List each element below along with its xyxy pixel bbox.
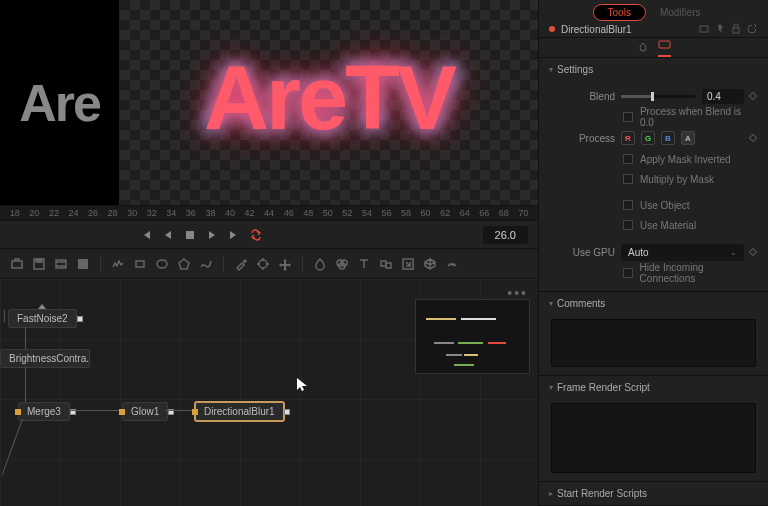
channel-a[interactable]: A bbox=[681, 131, 695, 145]
blend-slider[interactable] bbox=[621, 95, 696, 98]
ruler-tick: 26 bbox=[83, 208, 103, 218]
tool-media-icon[interactable] bbox=[52, 255, 70, 273]
chevron-down-icon: ⌄ bbox=[730, 248, 737, 257]
tool-resize-icon[interactable] bbox=[399, 255, 417, 273]
node-fastnoise[interactable]: FastNoise2 bbox=[8, 309, 77, 328]
tool-saver-icon[interactable] bbox=[30, 255, 48, 273]
frame-render-script-textarea[interactable] bbox=[551, 403, 756, 473]
node-label: FastNoise2 bbox=[17, 313, 68, 324]
tool-paint-icon[interactable] bbox=[232, 255, 250, 273]
ruler-tick: 58 bbox=[396, 208, 416, 218]
channel-b[interactable]: B bbox=[661, 131, 675, 145]
section-frame-render-script[interactable]: Frame Render Script bbox=[539, 376, 768, 399]
channel-r[interactable]: R bbox=[621, 131, 635, 145]
go-first-icon[interactable] bbox=[140, 229, 152, 241]
time-ruler[interactable]: 1820222426283032343638404244464850525456… bbox=[0, 205, 538, 221]
ruler-tick: 54 bbox=[357, 208, 377, 218]
svg-rect-6 bbox=[136, 261, 144, 267]
tool-bspline-icon[interactable] bbox=[197, 255, 215, 273]
ruler-tick: 32 bbox=[142, 208, 162, 218]
tab-modifiers[interactable]: Modifiers bbox=[646, 5, 715, 20]
tool-bg-icon[interactable] bbox=[74, 255, 92, 273]
tool-text-icon[interactable] bbox=[355, 255, 373, 273]
ruler-tick: 62 bbox=[435, 208, 455, 218]
reset-icon[interactable] bbox=[746, 23, 758, 35]
blend-label: Blend bbox=[551, 91, 615, 102]
hide-conn-checkbox[interactable] bbox=[623, 268, 633, 278]
timecode[interactable]: 26.0 bbox=[483, 226, 528, 244]
tool-ellipse-icon[interactable] bbox=[153, 255, 171, 273]
process-blend0-checkbox[interactable] bbox=[623, 112, 633, 122]
ruler-tick: 30 bbox=[122, 208, 142, 218]
ruler-tick: 48 bbox=[298, 208, 318, 218]
node-brightnesscontrast[interactable]: BrightnessContra... bbox=[0, 349, 90, 368]
use-gpu-value: Auto bbox=[628, 247, 649, 258]
settings-tab-icon[interactable] bbox=[658, 38, 671, 51]
ruler-tick: 20 bbox=[25, 208, 45, 218]
ruler-tick: 70 bbox=[514, 208, 534, 218]
section-comments[interactable]: Comments bbox=[539, 292, 768, 315]
svg-point-8 bbox=[259, 260, 267, 268]
svg-rect-3 bbox=[36, 259, 42, 262]
tool-3d-icon[interactable] bbox=[421, 255, 439, 273]
ruler-tick: 28 bbox=[103, 208, 123, 218]
node-directionalblur[interactable]: DirectionalBlur1 bbox=[195, 402, 284, 421]
tool-blur-icon[interactable] bbox=[311, 255, 329, 273]
viewer-a[interactable]: Are bbox=[0, 0, 120, 205]
tool-merge-icon[interactable] bbox=[377, 255, 395, 273]
tool-transform-icon[interactable] bbox=[276, 255, 294, 273]
step-back-icon[interactable] bbox=[162, 229, 174, 241]
svg-rect-17 bbox=[659, 41, 670, 48]
inspector-panel: Tools Modifiers DirectionalBlur1 Setting… bbox=[538, 0, 768, 506]
use-material-checkbox[interactable] bbox=[623, 220, 633, 230]
lock-icon[interactable] bbox=[730, 23, 742, 35]
channel-g[interactable]: G bbox=[641, 131, 655, 145]
svg-point-7 bbox=[157, 260, 167, 268]
node-merge[interactable]: Merge3 bbox=[18, 402, 70, 421]
ruler-tick: 42 bbox=[240, 208, 260, 218]
tab-tools[interactable]: Tools bbox=[593, 4, 646, 21]
section-start-render-scripts[interactable]: Start Render Scripts bbox=[539, 482, 768, 505]
tool-render-icon[interactable] bbox=[443, 255, 461, 273]
loop-icon[interactable] bbox=[250, 229, 262, 241]
go-last-icon[interactable] bbox=[228, 229, 240, 241]
stop-icon[interactable] bbox=[184, 229, 196, 241]
viewer-b[interactable]: AreTV bbox=[120, 0, 538, 205]
keyframe-icon[interactable] bbox=[749, 134, 757, 142]
mult-by-mask-checkbox[interactable] bbox=[623, 174, 633, 184]
transport-bar: 26.0 bbox=[0, 221, 538, 249]
ruler-tick: 64 bbox=[455, 208, 475, 218]
use-gpu-select[interactable]: Auto ⌄ bbox=[621, 244, 744, 261]
versions-icon[interactable] bbox=[698, 23, 710, 35]
node-enable-dot[interactable] bbox=[549, 26, 555, 32]
controls-tab-icon[interactable] bbox=[637, 41, 650, 54]
node-glow[interactable]: Glow1 bbox=[122, 402, 168, 421]
apply-mask-inv-checkbox[interactable] bbox=[623, 154, 633, 164]
tool-noise-icon[interactable] bbox=[109, 255, 127, 273]
pin-icon[interactable] bbox=[714, 23, 726, 35]
tool-loader-icon[interactable] bbox=[8, 255, 26, 273]
tool-polygon-icon[interactable] bbox=[175, 255, 193, 273]
use-object-label: Use Object bbox=[640, 200, 689, 211]
node-label: Merge3 bbox=[27, 406, 61, 417]
ruler-tick: 60 bbox=[416, 208, 436, 218]
flow-area[interactable]: ••• FastNoise2 BrightnessContra... Merge… bbox=[0, 279, 538, 506]
svg-rect-16 bbox=[733, 28, 739, 33]
preview-text-a: Are bbox=[19, 73, 100, 133]
tool-cc-icon[interactable] bbox=[333, 255, 351, 273]
play-icon[interactable] bbox=[206, 229, 218, 241]
tool-tracker-icon[interactable] bbox=[254, 255, 272, 273]
keyframe-icon[interactable] bbox=[749, 248, 757, 256]
ruler-tick: 24 bbox=[64, 208, 84, 218]
svg-rect-15 bbox=[700, 26, 708, 32]
tool-rectangle-icon[interactable] bbox=[131, 255, 149, 273]
flow-toolbar bbox=[0, 249, 538, 279]
blend-value[interactable]: 0.4 bbox=[702, 89, 744, 104]
flow-navigator[interactable] bbox=[415, 299, 530, 374]
comments-textarea[interactable] bbox=[551, 319, 756, 367]
inspector-node-name: DirectionalBlur1 bbox=[561, 24, 694, 35]
section-settings[interactable]: Settings bbox=[539, 58, 768, 81]
keyframe-icon[interactable] bbox=[749, 92, 757, 100]
use-object-checkbox[interactable] bbox=[623, 200, 633, 210]
mouse-cursor-icon bbox=[295, 376, 311, 392]
